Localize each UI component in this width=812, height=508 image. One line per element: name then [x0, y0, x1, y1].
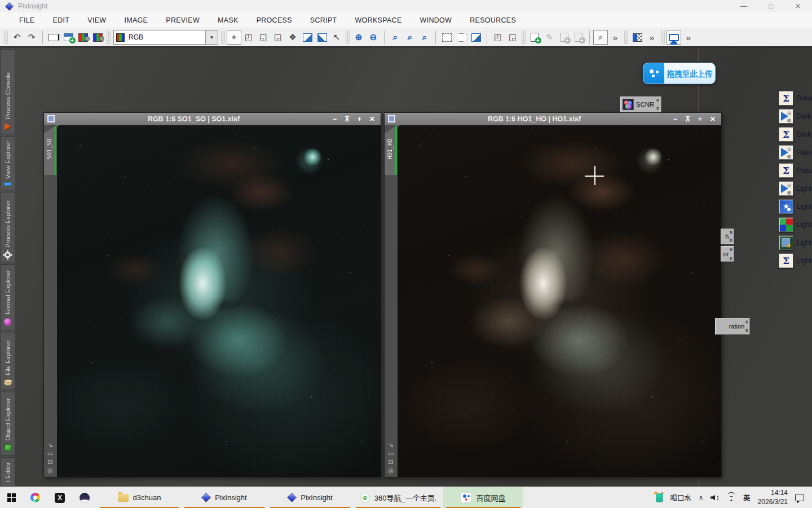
- resize-corner-icon[interactable]: ↘: [388, 441, 393, 448]
- toolbar-grip[interactable]: [346, 30, 350, 44]
- image-canvas-ho1[interactable]: [398, 125, 721, 477]
- readout-icon[interactable]: ◎: [388, 467, 394, 474]
- window-thumbnail-icon[interactable]: [388, 115, 395, 122]
- image-window-so1[interactable]: RGB 1:6 SO1_SO | SO1.xisf − ⊼ + ✕ SO1_SO…: [43, 112, 381, 478]
- new-image-icon[interactable]: [61, 30, 76, 45]
- fit-window-icon[interactable]: ◲: [271, 30, 285, 45]
- scnr-process-instance[interactable]: SCNR N D: [620, 97, 661, 112]
- edit-instance-icon[interactable]: ✎: [542, 30, 557, 45]
- image-window-titlebar[interactable]: RGB 1:6 SO1_SO | SO1.xisf − ⊼ + ✕: [44, 113, 381, 125]
- drink-reminder-icon[interactable]: [656, 493, 663, 502]
- process-icon-lights-staralign[interactable]: ★ Lights: [779, 235, 812, 250]
- edit-preview-mode-icon[interactable]: [315, 30, 329, 45]
- resize-corner-icon[interactable]: ↘: [47, 441, 52, 448]
- process-icon-lights-cosmetic[interactable]: ★ Lights: [779, 199, 812, 214]
- app-minimize-button[interactable]: —: [740, 2, 748, 10]
- image-window-titlebar[interactable]: RGB 1:6 HO1_HO | HO1.xisf − ⊼ + ✕: [385, 113, 721, 125]
- sidebar-item-file-explorer[interactable]: File Explorer: [0, 332, 15, 390]
- duplicate-view-icon[interactable]: ⊡: [388, 458, 393, 465]
- add-instance-alt-icon[interactable]: [571, 30, 586, 45]
- taskbar-baidu-netdisk[interactable]: 百度网盘: [443, 487, 523, 508]
- mask-toolbar-icon[interactable]: [630, 30, 645, 45]
- process-icon-flats-integration[interactable]: Σ FlatsI: [779, 163, 812, 178]
- pan-mode-icon[interactable]: ⌖: [227, 30, 241, 45]
- rename-image-icon[interactable]: [46, 30, 61, 45]
- menu-window[interactable]: WINDOW: [411, 14, 461, 27]
- app-maximize-button[interactable]: □: [767, 2, 775, 10]
- select-preview-icon[interactable]: [454, 30, 469, 45]
- zoom-fit-view-icon[interactable]: ⌕: [403, 30, 417, 45]
- baidu-upload-dropzone[interactable]: 拖拽至此上传: [643, 63, 716, 84]
- tray-expand-icon[interactable]: ∧: [699, 494, 703, 501]
- menu-script[interactable]: SCRIPT: [301, 14, 346, 27]
- menu-process[interactable]: PROCESS: [248, 14, 301, 27]
- fit-to-image-icon[interactable]: ◲: [505, 30, 520, 45]
- undo-icon[interactable]: ↶: [10, 30, 24, 45]
- toolbar-grip[interactable]: [107, 30, 111, 44]
- view-tab-ho1-ho[interactable]: HO1_HO: [385, 125, 397, 175]
- zoom-to-fit-icon[interactable]: ◰: [241, 30, 256, 45]
- process-instance-partial[interactable]: or ND: [721, 246, 734, 262]
- readout-icon[interactable]: ◎: [47, 467, 53, 474]
- frame-mode-icon[interactable]: ▭: [388, 450, 394, 457]
- window-zoom-button[interactable]: +: [358, 116, 361, 122]
- taskbar-360-browser[interactable]: e 360导航_一个主页...: [353, 487, 443, 508]
- clock[interactable]: 14:14 2026/3/21: [758, 489, 788, 506]
- process-icon-flats-blink[interactable]: FlatsC: [779, 144, 812, 160]
- window-shade-button[interactable]: ⊼: [345, 116, 350, 122]
- channel-selector[interactable]: RGB ▼: [113, 30, 218, 45]
- window-shade-button[interactable]: ⊼: [685, 116, 690, 122]
- view-tab-so1-so[interactable]: SO1_SO: [44, 125, 56, 175]
- zoom-to-optimal-icon[interactable]: ◱: [256, 30, 271, 45]
- menu-file[interactable]: FILE: [10, 14, 44, 27]
- toolbar-overflow-icon[interactable]: »: [608, 30, 623, 45]
- image-canvas-so1[interactable]: [57, 125, 381, 477]
- process-icon-darks-blink[interactable]: Darks: [779, 108, 812, 124]
- volume-icon[interactable]: [710, 494, 719, 501]
- new-preview-mode-icon[interactable]: [300, 30, 315, 45]
- navigate-icon[interactable]: ❖: [285, 30, 300, 45]
- toolbar-grip[interactable]: [4, 30, 8, 44]
- zoom-out-icon[interactable]: ⊖: [366, 30, 381, 45]
- image-window-ho1[interactable]: RGB 1:6 HO1_HO | HO1.xisf − ⊼ + ✕ HO1_HO…: [384, 112, 722, 478]
- menu-resources[interactable]: RESOURCES: [461, 14, 525, 27]
- process-instance-partial[interactable]: h ND: [721, 229, 734, 244]
- channel-selector-arrow-icon[interactable]: ▼: [205, 30, 218, 44]
- process-icon-lights-blink[interactable]: Lights: [779, 181, 812, 196]
- duplicate-view-icon[interactable]: ⊡: [47, 458, 52, 465]
- window-close-button[interactable]: ✕: [369, 116, 375, 122]
- sidebar-item-view-explorer[interactable]: View Explorer: [0, 136, 15, 190]
- notification-center-icon[interactable]: [795, 494, 804, 501]
- redo-icon[interactable]: ↷: [24, 30, 39, 45]
- select-all-icon[interactable]: [439, 30, 454, 45]
- taskbar-folder-d3chuan[interactable]: d3chuan: [97, 487, 182, 508]
- toolbar-overflow-icon[interactable]: »: [645, 30, 659, 45]
- process-icon-lights-debayer[interactable]: Lights: [779, 217, 812, 232]
- drink-reminder-label[interactable]: 喝口水: [670, 492, 692, 503]
- taskbar-pixinsight-2[interactable]: PixInsight: [267, 487, 353, 508]
- toolbar-grip[interactable]: [661, 30, 665, 44]
- frame-mode-icon[interactable]: ▭: [47, 450, 53, 457]
- add-instance-icon[interactable]: [557, 30, 571, 45]
- menu-edit[interactable]: EDIT: [44, 14, 79, 27]
- resize-window-icon[interactable]: ◰: [491, 30, 505, 45]
- readout-preview-icon[interactable]: ⌕: [593, 30, 608, 45]
- taskbar-chrome[interactable]: [23, 487, 47, 508]
- process-icon-biases[interactable]: Σ Biase: [779, 90, 812, 106]
- window-thumbnail-icon[interactable]: [47, 115, 55, 122]
- rgb-channels-icon[interactable]: [76, 30, 90, 45]
- new-instance-icon[interactable]: [527, 30, 542, 45]
- toolbar-overflow-icon[interactable]: »: [681, 30, 696, 45]
- window-zoom-button[interactable]: +: [698, 116, 702, 122]
- crop-to-selection-icon[interactable]: [469, 30, 483, 45]
- toolbar-grip[interactable]: [221, 30, 225, 44]
- sidebar-item-format-explorer[interactable]: Format Explorer: [0, 264, 15, 330]
- window-close-button[interactable]: ✕: [710, 116, 716, 122]
- cursor-mode-icon[interactable]: ↖: [329, 30, 344, 45]
- menu-preview[interactable]: PREVIEW: [157, 14, 209, 27]
- screen-display-icon[interactable]: [667, 30, 681, 45]
- sidebar-item-process-console[interactable]: Process Console: [0, 49, 15, 134]
- start-button[interactable]: [0, 487, 23, 508]
- process-instance-partial[interactable]: ration ND: [715, 318, 750, 335]
- sidebar-item-object-explorer[interactable]: Object Explorer: [0, 392, 15, 456]
